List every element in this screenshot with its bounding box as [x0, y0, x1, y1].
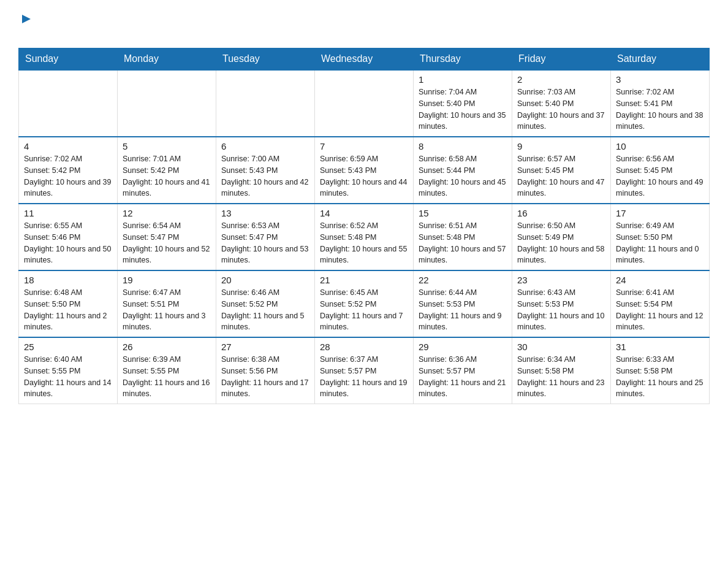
- weekday-header-wednesday: Wednesday: [315, 48, 414, 71]
- calendar-cell: 8Sunrise: 6:58 AM Sunset: 5:44 PM Daylig…: [414, 137, 512, 204]
- calendar-week-row: 25Sunrise: 6:40 AM Sunset: 5:55 PM Dayli…: [19, 337, 710, 404]
- calendar-cell: 29Sunrise: 6:36 AM Sunset: 5:57 PM Dayli…: [414, 337, 512, 404]
- day-info: Sunrise: 6:59 AM Sunset: 5:43 PM Dayligh…: [320, 153, 408, 199]
- calendar-cell: 1Sunrise: 7:04 AM Sunset: 5:40 PM Daylig…: [414, 70, 512, 137]
- calendar-cell: 25Sunrise: 6:40 AM Sunset: 5:55 PM Dayli…: [19, 337, 118, 404]
- day-number: 8: [419, 141, 507, 151]
- calendar-cell: [216, 70, 315, 137]
- calendar-cell: 30Sunrise: 6:34 AM Sunset: 5:58 PM Dayli…: [512, 337, 611, 404]
- day-number: 16: [517, 208, 605, 218]
- calendar-cell: 22Sunrise: 6:44 AM Sunset: 5:53 PM Dayli…: [414, 270, 512, 337]
- calendar-cell: 3Sunrise: 7:02 AM Sunset: 5:41 PM Daylig…: [611, 70, 710, 137]
- logo-arrow-icon: [20, 12, 33, 26]
- day-number: 11: [24, 208, 112, 218]
- day-number: 20: [221, 275, 309, 285]
- calendar-cell: [315, 70, 414, 137]
- day-number: 3: [616, 74, 704, 85]
- day-number: 29: [419, 342, 507, 352]
- weekday-header-friday: Friday: [512, 48, 611, 71]
- day-info: Sunrise: 6:46 AM Sunset: 5:52 PM Dayligh…: [221, 287, 309, 333]
- day-number: 19: [123, 275, 211, 285]
- day-info: Sunrise: 6:37 AM Sunset: 5:57 PM Dayligh…: [320, 354, 408, 400]
- day-info: Sunrise: 6:56 AM Sunset: 5:45 PM Dayligh…: [616, 153, 704, 199]
- day-info: Sunrise: 6:38 AM Sunset: 5:56 PM Dayligh…: [221, 354, 309, 400]
- day-number: 31: [616, 342, 704, 352]
- day-number: 6: [221, 141, 309, 151]
- calendar-cell: 17Sunrise: 6:49 AM Sunset: 5:50 PM Dayli…: [611, 204, 710, 270]
- day-info: Sunrise: 6:50 AM Sunset: 5:49 PM Dayligh…: [517, 220, 605, 266]
- day-info: Sunrise: 7:02 AM Sunset: 5:42 PM Dayligh…: [24, 153, 112, 199]
- day-number: 22: [419, 275, 507, 285]
- day-info: Sunrise: 7:04 AM Sunset: 5:40 PM Dayligh…: [419, 86, 507, 132]
- day-info: Sunrise: 6:34 AM Sunset: 5:58 PM Dayligh…: [517, 354, 605, 400]
- page-header: [18, 12, 710, 42]
- calendar-cell: 16Sunrise: 6:50 AM Sunset: 5:49 PM Dayli…: [512, 204, 611, 270]
- day-number: 30: [517, 342, 605, 352]
- calendar-cell: 26Sunrise: 6:39 AM Sunset: 5:55 PM Dayli…: [118, 337, 216, 404]
- calendar-cell: 24Sunrise: 6:41 AM Sunset: 5:54 PM Dayli…: [611, 270, 710, 337]
- day-number: 7: [320, 141, 408, 151]
- day-number: 15: [419, 208, 507, 218]
- calendar-cell: 13Sunrise: 6:53 AM Sunset: 5:47 PM Dayli…: [216, 204, 315, 270]
- day-number: 18: [24, 275, 112, 285]
- day-info: Sunrise: 7:03 AM Sunset: 5:40 PM Dayligh…: [517, 86, 605, 132]
- day-info: Sunrise: 6:47 AM Sunset: 5:51 PM Dayligh…: [123, 287, 211, 333]
- day-number: 28: [320, 342, 408, 352]
- day-info: Sunrise: 6:48 AM Sunset: 5:50 PM Dayligh…: [24, 287, 112, 333]
- day-number: 23: [517, 275, 605, 285]
- calendar-cell: 18Sunrise: 6:48 AM Sunset: 5:50 PM Dayli…: [19, 270, 118, 337]
- weekday-header-tuesday: Tuesday: [216, 48, 315, 71]
- calendar-cell: 31Sunrise: 6:33 AM Sunset: 5:58 PM Dayli…: [611, 337, 710, 404]
- day-number: 12: [123, 208, 211, 218]
- calendar-cell: 28Sunrise: 6:37 AM Sunset: 5:57 PM Dayli…: [315, 337, 414, 404]
- day-info: Sunrise: 6:36 AM Sunset: 5:57 PM Dayligh…: [419, 354, 507, 400]
- calendar-cell: 19Sunrise: 6:47 AM Sunset: 5:51 PM Dayli…: [118, 270, 216, 337]
- calendar-cell: 9Sunrise: 6:57 AM Sunset: 5:45 PM Daylig…: [512, 137, 611, 204]
- calendar-cell: 14Sunrise: 6:52 AM Sunset: 5:48 PM Dayli…: [315, 204, 414, 270]
- logo: [18, 12, 33, 42]
- calendar-cell: 7Sunrise: 6:59 AM Sunset: 5:43 PM Daylig…: [315, 137, 414, 204]
- day-info: Sunrise: 6:51 AM Sunset: 5:48 PM Dayligh…: [419, 220, 507, 266]
- calendar-cell: 10Sunrise: 6:56 AM Sunset: 5:45 PM Dayli…: [611, 137, 710, 204]
- day-info: Sunrise: 6:43 AM Sunset: 5:53 PM Dayligh…: [517, 287, 605, 333]
- day-info: Sunrise: 7:02 AM Sunset: 5:41 PM Dayligh…: [616, 86, 704, 132]
- day-info: Sunrise: 6:49 AM Sunset: 5:50 PM Dayligh…: [616, 220, 704, 266]
- day-number: 5: [123, 141, 211, 151]
- day-info: Sunrise: 6:44 AM Sunset: 5:53 PM Dayligh…: [419, 287, 507, 333]
- day-info: Sunrise: 6:45 AM Sunset: 5:52 PM Dayligh…: [320, 287, 408, 333]
- day-number: 26: [123, 342, 211, 352]
- day-number: 25: [24, 342, 112, 352]
- day-number: 10: [616, 141, 704, 151]
- day-info: Sunrise: 6:39 AM Sunset: 5:55 PM Dayligh…: [123, 354, 211, 400]
- calendar-cell: 21Sunrise: 6:45 AM Sunset: 5:52 PM Dayli…: [315, 270, 414, 337]
- calendar-cell: [118, 70, 216, 137]
- calendar-cell: 15Sunrise: 6:51 AM Sunset: 5:48 PM Dayli…: [414, 204, 512, 270]
- day-number: 21: [320, 275, 408, 285]
- day-info: Sunrise: 7:01 AM Sunset: 5:42 PM Dayligh…: [123, 153, 211, 199]
- calendar-week-row: 4Sunrise: 7:02 AM Sunset: 5:42 PM Daylig…: [19, 137, 710, 204]
- calendar-cell: [19, 70, 118, 137]
- day-number: 2: [517, 74, 605, 85]
- calendar-week-row: 11Sunrise: 6:55 AM Sunset: 5:46 PM Dayli…: [19, 204, 710, 270]
- calendar-table: SundayMondayTuesdayWednesdayThursdayFrid…: [18, 48, 710, 404]
- day-info: Sunrise: 6:41 AM Sunset: 5:54 PM Dayligh…: [616, 287, 704, 333]
- day-info: Sunrise: 6:52 AM Sunset: 5:48 PM Dayligh…: [320, 220, 408, 266]
- day-info: Sunrise: 6:40 AM Sunset: 5:55 PM Dayligh…: [24, 354, 112, 400]
- calendar-week-row: 1Sunrise: 7:04 AM Sunset: 5:40 PM Daylig…: [19, 70, 710, 137]
- calendar-week-row: 18Sunrise: 6:48 AM Sunset: 5:50 PM Dayli…: [19, 270, 710, 337]
- day-number: 17: [616, 208, 704, 218]
- day-number: 14: [320, 208, 408, 218]
- calendar-cell: 4Sunrise: 7:02 AM Sunset: 5:42 PM Daylig…: [19, 137, 118, 204]
- calendar-cell: 20Sunrise: 6:46 AM Sunset: 5:52 PM Dayli…: [216, 270, 315, 337]
- weekday-header-thursday: Thursday: [414, 48, 512, 71]
- calendar-cell: 6Sunrise: 7:00 AM Sunset: 5:43 PM Daylig…: [216, 137, 315, 204]
- weekday-header-saturday: Saturday: [611, 48, 710, 71]
- day-number: 1: [419, 74, 507, 85]
- day-number: 13: [221, 208, 309, 218]
- day-number: 27: [221, 342, 309, 352]
- calendar-cell: 11Sunrise: 6:55 AM Sunset: 5:46 PM Dayli…: [19, 204, 118, 270]
- day-number: 4: [24, 141, 112, 151]
- calendar-body: 1Sunrise: 7:04 AM Sunset: 5:40 PM Daylig…: [19, 70, 710, 404]
- calendar-cell: 27Sunrise: 6:38 AM Sunset: 5:56 PM Dayli…: [216, 337, 315, 404]
- svg-marker-0: [22, 15, 31, 23]
